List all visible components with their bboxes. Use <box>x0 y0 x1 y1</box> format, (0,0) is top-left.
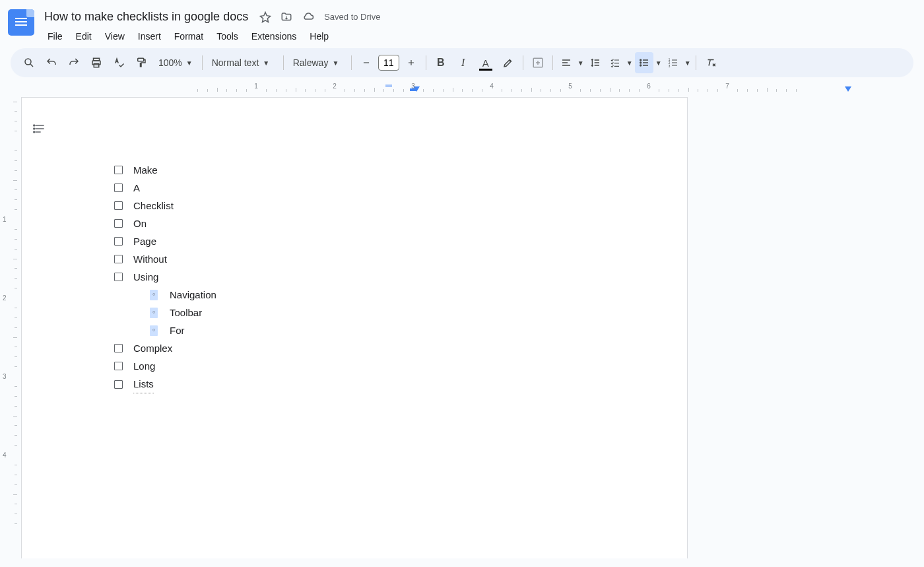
clear-formatting-icon[interactable] <box>700 52 721 73</box>
menu-edit[interactable]: Edit <box>71 28 97 44</box>
checkbox-icon[interactable] <box>114 237 123 246</box>
checkbox-icon[interactable] <box>114 219 123 228</box>
zoom-dropdown[interactable]: 100%▼ <box>153 52 198 73</box>
separator <box>351 55 352 70</box>
item-text[interactable]: Navigation <box>170 286 216 304</box>
menu-format[interactable]: Format <box>169 28 209 44</box>
document-outline-icon[interactable] <box>33 122 46 135</box>
cloud-icon[interactable] <box>302 11 315 23</box>
checklist-item[interactable]: Long <box>114 357 624 375</box>
checklist-item[interactable]: Without <box>114 250 624 268</box>
zoom-value: 100% <box>158 57 182 68</box>
font-size-input[interactable] <box>378 55 399 71</box>
move-icon[interactable] <box>280 11 292 23</box>
paragraph-style-dropdown[interactable]: Normal text▼ <box>207 52 279 73</box>
item-text[interactable]: Long <box>133 357 155 375</box>
first-line-indent-marker[interactable] <box>385 84 392 87</box>
docs-logo-icon[interactable] <box>8 9 34 36</box>
checkbox-icon[interactable] <box>114 255 123 263</box>
checkbox-icon[interactable] <box>114 380 123 389</box>
vertical-ruler[interactable]: 1234 <box>0 94 21 558</box>
item-text[interactable]: Page <box>133 232 156 250</box>
numbered-list-dropdown[interactable]: 123▼ <box>664 52 692 73</box>
item-text[interactable]: For <box>170 321 185 339</box>
highlight-icon[interactable] <box>498 52 519 73</box>
paint-format-icon[interactable] <box>131 52 152 73</box>
bulleted-list-dropdown[interactable]: ▼ <box>635 52 663 73</box>
text-color-icon[interactable]: A <box>475 52 496 73</box>
item-text[interactable]: Complex <box>133 339 172 357</box>
menu-help[interactable]: Help <box>304 28 334 44</box>
right-indent-marker[interactable] <box>845 86 851 92</box>
selected-bullet-icon[interactable]: ○ <box>150 308 158 318</box>
font-dropdown[interactable]: Raleway▼ <box>288 52 347 73</box>
nested-list-item[interactable]: ○Navigation <box>150 286 624 304</box>
menu-insert[interactable]: Insert <box>133 28 166 44</box>
checklist-content[interactable]: Make A Checklist On Page Without Using ○… <box>114 161 624 393</box>
checklist-item[interactable]: Checklist <box>114 197 624 215</box>
spellcheck-icon[interactable] <box>108 52 129 73</box>
undo-icon[interactable] <box>41 52 62 73</box>
nested-list[interactable]: ○Navigation ○Toolbar ○For <box>150 286 624 339</box>
checklist-item[interactable]: On <box>114 215 624 232</box>
decrease-font-icon[interactable] <box>356 52 377 73</box>
item-text[interactable]: Checklist <box>133 197 174 215</box>
increase-font-icon[interactable] <box>401 52 422 73</box>
checklist-item[interactable]: Lists <box>114 375 624 393</box>
item-text[interactable]: On <box>133 215 147 232</box>
checklist-dropdown[interactable]: ▼ <box>606 52 634 73</box>
checkbox-icon[interactable] <box>114 166 123 174</box>
separator <box>523 55 523 70</box>
document-page[interactable]: Make A Checklist On Page Without Using ○… <box>21 97 688 558</box>
checklist-item[interactable]: Using <box>114 268 624 286</box>
line-spacing-icon[interactable] <box>586 52 605 73</box>
item-text[interactable]: Without <box>133 250 167 268</box>
align-dropdown[interactable]: ▼ <box>557 52 585 73</box>
page-scroll-area[interactable]: Make A Checklist On Page Without Using ○… <box>21 94 924 558</box>
item-text[interactable]: A <box>133 179 140 197</box>
italic-icon[interactable]: I <box>453 52 474 73</box>
checklist-item[interactable]: A <box>114 179 624 197</box>
bold-icon[interactable]: B <box>430 52 451 73</box>
star-icon[interactable] <box>259 11 271 23</box>
separator <box>202 55 203 70</box>
svg-point-7 <box>640 62 641 63</box>
menu-extensions[interactable]: Extensions <box>246 28 302 44</box>
document-title[interactable]: How to make checklists in google docs <box>40 8 253 26</box>
checklist-item[interactable]: Complex <box>114 339 624 357</box>
selected-bullet-icon[interactable]: ○ <box>150 290 158 300</box>
menu-view[interactable]: View <box>100 28 130 44</box>
horizontal-ruler[interactable]: 1234567 <box>21 83 924 94</box>
nested-list-item[interactable]: ○Toolbar <box>150 304 624 321</box>
chevron-down-icon[interactable]: ▼ <box>624 52 634 73</box>
chevron-down-icon[interactable]: ▼ <box>576 52 585 73</box>
menu-file[interactable]: File <box>42 28 68 44</box>
checkbox-icon[interactable] <box>114 273 123 281</box>
insert-image-icon[interactable] <box>527 52 548 73</box>
search-menus-icon[interactable] <box>18 52 40 73</box>
title-row: How to make checklists in google docs Sa… <box>40 5 916 26</box>
checkbox-icon[interactable] <box>114 201 123 210</box>
chevron-down-icon: ▼ <box>186 59 193 67</box>
checkbox-icon[interactable] <box>114 362 123 370</box>
checklist-icon[interactable] <box>606 52 624 73</box>
print-icon[interactable] <box>86 52 107 73</box>
bulleted-list-icon[interactable] <box>635 52 653 73</box>
checklist-item[interactable]: Make <box>114 161 624 179</box>
chevron-down-icon[interactable]: ▼ <box>682 52 692 73</box>
numbered-list-icon[interactable]: 123 <box>664 52 682 73</box>
item-text[interactable]: Make <box>133 161 158 179</box>
redo-icon[interactable] <box>63 52 84 73</box>
item-text[interactable]: Using <box>133 268 158 286</box>
checklist-item[interactable]: Page <box>114 232 624 250</box>
align-left-icon[interactable] <box>557 52 576 73</box>
item-text[interactable]: Lists <box>133 375 154 393</box>
line-spacing-dropdown[interactable] <box>586 52 605 73</box>
menu-tools[interactable]: Tools <box>211 28 244 44</box>
item-text[interactable]: Toolbar <box>170 304 202 321</box>
nested-list-item[interactable]: ○For <box>150 321 624 339</box>
chevron-down-icon[interactable]: ▼ <box>653 52 663 73</box>
selected-bullet-icon[interactable]: ○ <box>150 325 158 336</box>
checkbox-icon[interactable] <box>114 344 123 352</box>
checkbox-icon[interactable] <box>114 183 123 192</box>
